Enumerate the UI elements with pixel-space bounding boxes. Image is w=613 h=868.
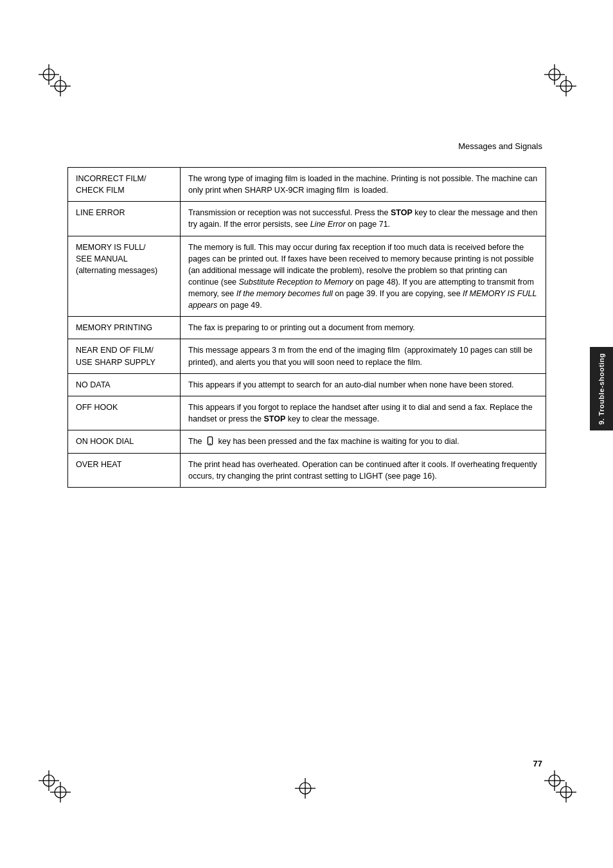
label-cell: MEMORY IS FULL/SEE MANUAL(alternating me… — [68, 236, 181, 317]
reg-mark-bc — [295, 778, 315, 799]
label-cell: OVER HEAT — [68, 453, 181, 487]
main-content: INCORRECT FILM/CHECK FILM The wrong type… — [67, 167, 546, 488]
label-cell: LINE ERROR — [68, 202, 181, 236]
table-row: MEMORY IS FULL/SEE MANUAL(alternating me… — [68, 236, 546, 317]
reg-mark-tr2 — [556, 76, 576, 96]
page-header: Messages and Signals — [458, 141, 542, 151]
table-row: OFF HOOK This appears if you forgot to r… — [68, 396, 546, 430]
reg-mark-bl2 — [50, 782, 71, 802]
table-row: LINE ERROR Transmission or reception was… — [68, 202, 546, 236]
label-cell: NO DATA — [68, 373, 181, 396]
label-cell: MEMORY PRINTING — [68, 317, 181, 339]
table-row: INCORRECT FILM/CHECK FILM The wrong type… — [68, 168, 546, 202]
side-tab: 9. Trouble-shooting — [590, 347, 613, 430]
reg-mark-tl2 — [50, 76, 71, 96]
table-row: OVER HEAT The print head has overheated.… — [68, 453, 546, 487]
label-cell: ON HOOK DIAL — [68, 430, 181, 454]
label-cell: OFF HOOK — [68, 396, 181, 430]
label-cell: INCORRECT FILM/CHECK FILM — [68, 168, 181, 202]
reg-mark-br2 — [556, 782, 576, 802]
description-cell: The print head has overheated. Operation… — [181, 453, 546, 487]
table-row: NO DATA This appears if you attempt to s… — [68, 373, 546, 396]
table-row: NEAR END OF FILM/USE SHARP SUPPLY This m… — [68, 339, 546, 373]
description-cell: This appears if you attempt to search fo… — [181, 373, 546, 396]
description-cell: This message appears 3 m from the end of… — [181, 339, 546, 373]
description-cell: The key has been pressed and the fax mac… — [181, 430, 546, 454]
table-row: MEMORY PRINTING The fax is preparing to … — [68, 317, 546, 339]
messages-table: INCORRECT FILM/CHECK FILM The wrong type… — [67, 167, 546, 488]
description-cell: The wrong type of imaging film is loaded… — [181, 168, 546, 202]
header-title: Messages and Signals — [458, 141, 542, 151]
description-cell: The memory is full. This may occur durin… — [181, 236, 546, 317]
description-cell: Transmission or reception was not succes… — [181, 202, 546, 236]
phone-icon — [204, 436, 216, 447]
label-cell: NEAR END OF FILM/USE SHARP SUPPLY — [68, 339, 181, 373]
table-row: ON HOOK DIAL The key has been pressed an… — [68, 430, 546, 454]
page-number: 77 — [533, 759, 542, 768]
description-cell: The fax is preparing to or printing out … — [181, 317, 546, 339]
description-cell: This appears if you forgot to replace th… — [181, 396, 546, 430]
